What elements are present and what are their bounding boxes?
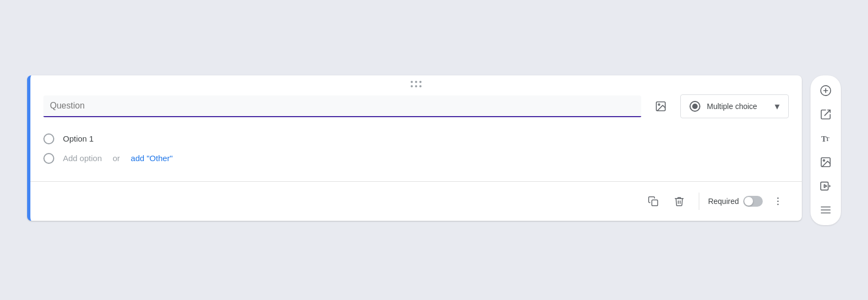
drag-handle[interactable] xyxy=(30,75,802,90)
more-options-button[interactable] xyxy=(767,190,789,212)
option-1-radio[interactable] xyxy=(43,133,54,144)
question-type-label: Multiple choice xyxy=(707,102,768,111)
chevron-down-icon: ▾ xyxy=(775,100,780,112)
svg-point-1 xyxy=(658,104,660,105)
question-input-wrapper xyxy=(43,95,641,117)
add-other-link[interactable]: add "Other" xyxy=(131,154,173,163)
question-underline xyxy=(43,116,641,117)
footer-divider xyxy=(699,193,699,210)
svg-rect-2 xyxy=(652,200,658,206)
required-label: Required xyxy=(708,197,739,206)
question-card: Multiple choice ▾ Option 1 Add option or… xyxy=(27,75,802,221)
add-option-radio xyxy=(43,153,54,164)
or-text: or xyxy=(113,154,120,163)
svg-point-3 xyxy=(777,197,779,199)
question-type-dropdown[interactable]: Multiple choice ▾ xyxy=(680,94,789,118)
card-divider xyxy=(30,181,802,182)
svg-marker-15 xyxy=(829,184,831,188)
svg-text:T: T xyxy=(826,136,829,142)
option-1-row: Option 1 xyxy=(43,129,789,149)
card-footer: Required xyxy=(30,186,802,221)
add-title-button[interactable]: T T xyxy=(815,127,837,149)
question-input[interactable] xyxy=(43,95,641,116)
svg-marker-16 xyxy=(824,184,827,188)
svg-point-5 xyxy=(777,203,779,205)
question-header: Multiple choice ▾ xyxy=(30,90,802,127)
add-option-row: Add option or add "Other" xyxy=(43,149,789,168)
svg-point-4 xyxy=(777,200,779,202)
add-image-button[interactable] xyxy=(815,151,837,173)
duplicate-button[interactable] xyxy=(642,190,664,212)
option-1-text: Option 1 xyxy=(63,134,94,143)
delete-button[interactable] xyxy=(668,190,690,212)
import-question-button[interactable] xyxy=(815,104,837,125)
add-video-button[interactable] xyxy=(815,175,837,197)
right-sidebar: T T xyxy=(810,75,841,225)
add-question-button[interactable] xyxy=(815,80,837,101)
add-image-to-question-button[interactable] xyxy=(650,95,672,117)
multiple-choice-icon xyxy=(690,101,700,112)
add-section-button[interactable] xyxy=(815,199,837,221)
required-toggle[interactable] xyxy=(743,196,763,207)
add-option-text[interactable]: Add option xyxy=(63,154,102,163)
svg-point-13 xyxy=(823,159,825,161)
svg-line-9 xyxy=(825,110,830,115)
options-section: Option 1 Add option or add "Other" xyxy=(30,127,802,177)
